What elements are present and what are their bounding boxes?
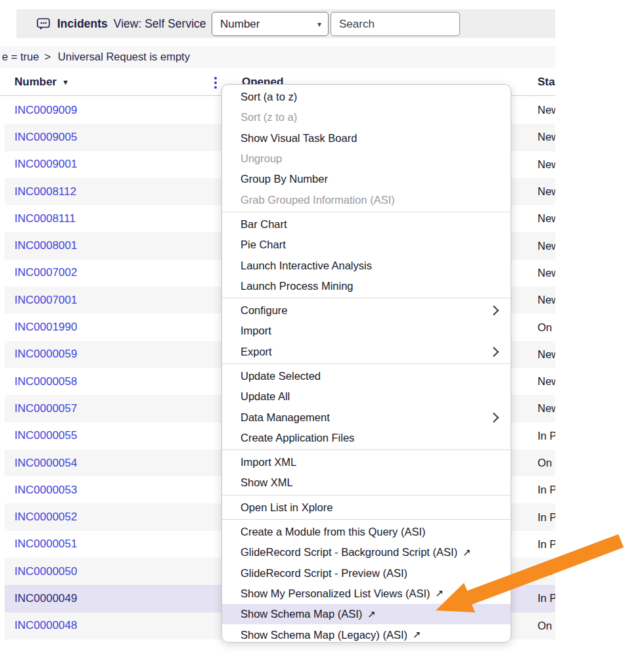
external-link-icon: ↗ <box>463 547 471 559</box>
menu-separator <box>222 449 511 451</box>
incident-number-link[interactable]: INC0000053 <box>14 484 77 497</box>
state-cell: New <box>538 104 555 116</box>
menu-item-gliderecord-script-background-script-asi[interactable]: GlideRecord Script - Background Script (… <box>222 542 511 562</box>
incident-number-link[interactable]: INC0000051 <box>14 538 77 551</box>
column-header-number[interactable]: Number ▼ <box>14 76 69 89</box>
menu-item-create-application-files[interactable]: Create Application Files <box>222 428 511 448</box>
incident-number-link[interactable]: INC0008112 <box>14 185 76 198</box>
state-cell: New <box>538 158 555 171</box>
search-input[interactable] <box>331 12 460 36</box>
menu-item-label: GlideRecord Script - Background Script (… <box>241 546 457 559</box>
breadcrumb: e = true > Universal Request is empty <box>0 46 555 68</box>
menu-item-label: Sort (z to a) <box>241 111 297 124</box>
state-cell: In Progress <box>538 511 555 524</box>
external-link-icon: ↗ <box>436 587 444 599</box>
menu-item-group-by-number[interactable]: Group By Number <box>222 169 511 189</box>
incident-number-link[interactable]: INC0000049 <box>14 592 77 605</box>
menu-item-show-visual-task-board[interactable]: Show Visual Task Board <box>222 128 511 149</box>
incident-number-link[interactable]: INC0009009 <box>14 104 77 117</box>
list-toolbar: Incidents View: Self Service Number ▾ <box>16 9 555 38</box>
menu-item-label: Launch Interactive Analysis <box>241 260 372 272</box>
menu-item-launch-process-mining[interactable]: Launch Process Mining <box>222 276 511 296</box>
menu-item-label: Show Schema Map (ASI) <box>241 608 362 620</box>
menu-item-grab-grouped-information-asi: Grab Grouped Information (ASI) <box>222 189 511 210</box>
menu-item-show-my-personalized-list-views-asi[interactable]: Show My Personalized List Views (ASI)↗ <box>222 584 511 604</box>
incident-number-link[interactable]: INC0000054 <box>14 457 77 470</box>
incident-number-link[interactable]: INC0000050 <box>14 565 77 578</box>
column-options-icon[interactable] <box>211 76 220 90</box>
menu-item-show-schema-map-legacy-asi[interactable]: Show Schema Map (Legacy) (ASI)↗ <box>222 624 511 645</box>
menu-item-show-schema-map-asi[interactable]: Show Schema Map (ASI)↗ <box>222 604 511 624</box>
menu-item-label: Import <box>241 325 271 337</box>
menu-item-configure[interactable]: Configure <box>222 300 511 321</box>
menu-item-sort-a-to-z[interactable]: Sort (a to z) <box>222 87 511 107</box>
external-link-icon: ↗ <box>413 629 421 641</box>
menu-item-data-management[interactable]: Data Management <box>222 407 511 427</box>
menu-item-sort-z-to-a: Sort (z to a) <box>222 107 511 127</box>
search-field-value: Number <box>220 18 260 31</box>
column-header-state[interactable]: State <box>538 76 555 89</box>
menu-item-label: Show Visual Task Board <box>241 132 357 145</box>
menu-separator <box>222 298 511 299</box>
chat-bubble-icon[interactable] <box>36 16 51 31</box>
menu-item-export[interactable]: Export <box>222 342 511 362</box>
menu-item-bar-chart[interactable]: Bar Chart <box>222 214 511 235</box>
context-menu: Sort (a to z)Sort (z to a)Show Visual Ta… <box>221 84 511 643</box>
state-cell: New <box>538 267 555 279</box>
menu-item-label: Create Application Files <box>241 432 354 444</box>
menu-item-import-xml[interactable]: Import XML <box>222 452 511 472</box>
menu-separator <box>222 363 511 365</box>
incident-number-link[interactable]: INC0000048 <box>14 619 77 632</box>
menu-item-label: Launch Process Mining <box>241 280 354 292</box>
menu-item-gliderecord-script-preview-asi[interactable]: GlideRecord Script - Preview (ASI) <box>222 563 511 584</box>
menu-item-show-xml[interactable]: Show XML <box>222 472 511 493</box>
state-cell: In Progress <box>538 538 555 551</box>
menu-item-label: Sort (a to z) <box>241 91 297 103</box>
state-cell: In Progress <box>538 430 555 442</box>
state-cell: New <box>538 212 555 225</box>
state-cell: New <box>538 240 555 252</box>
incident-number-link[interactable]: INC0008111 <box>14 212 76 225</box>
incident-number-link[interactable]: INC0000052 <box>14 511 77 524</box>
menu-item-update-selected[interactable]: Update Selected <box>222 366 511 386</box>
breadcrumb-condition[interactable]: e = true <box>2 51 39 63</box>
menu-item-label: Show Schema Map (Legacy) (ASI) <box>241 629 407 641</box>
incident-number-link[interactable]: INC0000058 <box>14 375 77 388</box>
breadcrumb-condition[interactable]: Universal Request is empty <box>58 51 190 63</box>
menu-item-launch-interactive-analysis[interactable]: Launch Interactive Analysis <box>222 255 511 275</box>
menu-item-open-list-in-xplore[interactable]: Open List in Xplore <box>222 497 511 518</box>
menu-item-label: Export <box>241 346 272 358</box>
incident-number-link[interactable]: INC0007001 <box>14 294 77 307</box>
menu-item-label: Create a Module from this Query (ASI) <box>241 526 426 538</box>
chevron-right-icon <box>489 306 499 316</box>
incident-number-link[interactable]: INC0009001 <box>14 158 77 171</box>
state-cell: New <box>538 131 555 143</box>
menu-item-ungroup: Ungroup <box>222 149 511 169</box>
menu-item-label: GlideRecord Script - Preview (ASI) <box>241 567 407 580</box>
menu-separator <box>222 519 511 520</box>
incident-number-link[interactable]: INC0000055 <box>14 429 77 442</box>
state-cell: On Hold <box>538 457 555 469</box>
incident-number-link[interactable]: INC0000059 <box>14 348 77 361</box>
state-cell: On Hold <box>538 321 555 334</box>
caret-down-icon: ▾ <box>317 20 321 29</box>
breadcrumb-separator: > <box>44 51 51 63</box>
incident-number-link[interactable]: INC0000057 <box>14 402 77 415</box>
state-cell: New <box>538 294 555 306</box>
incident-number-link[interactable]: INC0008001 <box>14 239 77 252</box>
menu-item-create-a-module-from-this-query-asi[interactable]: Create a Module from this Query (ASI) <box>222 522 511 542</box>
menu-item-pie-chart[interactable]: Pie Chart <box>222 235 511 255</box>
state-cell: In Progress <box>538 484 555 496</box>
search-field-select[interactable]: Number ▾ <box>212 12 329 36</box>
menu-item-update-all[interactable]: Update All <box>222 386 511 407</box>
incident-number-link[interactable]: INC0007002 <box>14 266 77 279</box>
state-cell: In Progress <box>538 565 555 578</box>
menu-item-label: Grab Grouped Information (ASI) <box>241 194 395 206</box>
state-cell: New <box>538 402 555 415</box>
chevron-right-icon <box>489 412 499 423</box>
view-label: View: Self Service <box>114 17 206 31</box>
state-cell: New <box>538 348 555 361</box>
menu-item-import[interactable]: Import <box>222 321 511 341</box>
incident-number-link[interactable]: INC0001990 <box>14 321 77 334</box>
incident-number-link[interactable]: INC0009005 <box>14 131 77 144</box>
